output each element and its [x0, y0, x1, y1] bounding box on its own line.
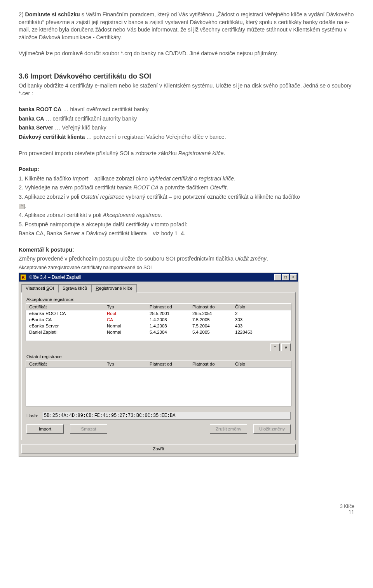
- tab2-u: R: [96, 286, 99, 290]
- step-2: 2. Vyhledejte na svém počítači certifiká…: [19, 184, 354, 192]
- move-up-button[interactable]: ^: [270, 343, 280, 351]
- hdr2-from[interactable]: Platnost od: [146, 361, 189, 367]
- steps-heading: Postup:: [19, 166, 354, 173]
- ulozit-u: U: [259, 427, 262, 431]
- cell-from: 28.5.2001: [146, 310, 189, 317]
- window-title: Klíče 3.4 – Daniel Zaplatil: [28, 275, 274, 280]
- s3i: Ostatní registrace: [81, 194, 124, 200]
- app-icon: K: [20, 274, 26, 280]
- para1-lead: 2): [19, 11, 25, 18]
- footer-section: 3 Klíče: [19, 504, 354, 509]
- s1i2: Vyhledat certifikát o registraci klíče: [149, 175, 234, 182]
- s2i2: Otevřít: [210, 184, 227, 191]
- s2b: a potvrďte tlačítkem: [159, 184, 210, 191]
- page-footer: 3 Klíče 11: [19, 504, 354, 515]
- komb: .: [267, 256, 268, 262]
- section-heading: 3.6 Import Dávkového certifikátu do SOI: [19, 72, 354, 80]
- close-button[interactable]: ×: [290, 274, 297, 280]
- import-u: I: [39, 427, 40, 431]
- delete-button[interactable]: Smazat: [70, 424, 107, 434]
- cert4-name: Dávkový certifikát klienta: [19, 134, 85, 140]
- comment-text: Změny provedené v předchozím postupu ulo…: [19, 255, 354, 263]
- tabs: Vlastnosti SOI Správa klíčů Registrované…: [19, 282, 298, 292]
- accept-up-icon: ^: [19, 204, 25, 209]
- s1i: Import: [73, 175, 88, 182]
- postup: Postup:: [19, 166, 39, 172]
- s2c: .: [227, 184, 228, 191]
- other-list-header: Certifikát Typ Platnost od Platnost do Č…: [26, 360, 291, 368]
- cert-line-2: banka CA … certifikát certifikační autor…: [19, 115, 354, 123]
- hdr-num[interactable]: Číslo: [232, 304, 279, 310]
- cell-num: 403: [232, 323, 279, 329]
- para-2: Vyjímečně lze po domluvě doručit soubor …: [19, 50, 354, 58]
- cert3-desc: … Veřejný klíč banky: [53, 124, 106, 131]
- s1a: 1. Klikněte na tlačítko: [19, 175, 73, 182]
- move-down-button[interactable]: v: [281, 343, 291, 351]
- figure-caption: Akceptované zaregistrované certifikáty n…: [19, 264, 354, 271]
- cell-to: 5.4.2005: [189, 329, 232, 335]
- table-row[interactable]: Daniel Zaplatil Normal 5.4.2004 5.4.2005…: [26, 329, 291, 335]
- close-window-button[interactable]: Zavřít: [21, 444, 296, 453]
- cert2-name: banka CA: [19, 116, 44, 122]
- p4i: Registrované klíče: [178, 150, 224, 156]
- table-row[interactable]: eBanka Server Normal 1.4.2003 7.5.2004 4…: [26, 323, 291, 329]
- save-changes-button[interactable]: Uložit změny: [253, 424, 291, 434]
- hdr2-cert[interactable]: Certifikát: [26, 361, 104, 367]
- hdr-from[interactable]: Platnost od: [146, 304, 189, 310]
- cell-cert: eBanka CA: [26, 317, 104, 323]
- para-4: Pro provedení importu otevřete příslušný…: [19, 150, 354, 158]
- s1c: .: [234, 175, 235, 182]
- import-button[interactable]: Import: [26, 424, 64, 434]
- step-3b: ^.: [19, 203, 354, 210]
- smazat-u: m: [84, 427, 88, 431]
- hdr2-num[interactable]: Číslo: [232, 361, 279, 367]
- step-4: 4. Aplikace zobrazí certifikát v poli Ak…: [19, 212, 354, 219]
- cancel-changes-button[interactable]: Zrušit změny: [210, 424, 247, 434]
- cert-line-3: banka Server … Veřejný klíč banky: [19, 124, 354, 132]
- cert2-desc: … certifikát certifikační autority banky: [44, 116, 137, 122]
- s4b: .: [160, 212, 162, 218]
- cert1-desc: … hlavní ověřovací certifikát banky: [61, 106, 148, 112]
- tab-vlastnosti-soi[interactable]: Vlastnosti SOI: [21, 284, 58, 292]
- hdr2-to[interactable]: Platnost do: [189, 361, 232, 367]
- s3a: 3. Aplikace zobrazí v poli: [19, 194, 81, 200]
- kom: Komentář k postupu:: [19, 247, 74, 253]
- tab1-u: p: [66, 286, 68, 290]
- s4i: Akceptované registrace: [103, 212, 160, 218]
- table-row[interactable]: eBanka ROOT CA Root 28.5.2001 29.5.2051 …: [26, 310, 291, 317]
- cell-to: 7.5.2004: [189, 323, 232, 329]
- p4b: .: [224, 150, 225, 156]
- cell-num: 2: [232, 310, 279, 317]
- para-3: Od banky obdržíte 4 certifikáty e-mailem…: [19, 82, 354, 97]
- accepted-label: Akceptované registrace:: [26, 297, 291, 302]
- cell-type: CA: [104, 317, 146, 323]
- hdr2-type[interactable]: Typ: [104, 361, 146, 367]
- p4a: Pro provedení importu otevřete příslušný…: [19, 150, 178, 156]
- hdr-to[interactable]: Platnost do: [189, 304, 232, 310]
- cert1-name: banka ROOT CA: [19, 106, 61, 112]
- s1b: – aplikace zobrazí okno: [88, 175, 149, 182]
- minimize-button[interactable]: _: [274, 274, 281, 280]
- step-5a: 5. Postupně naimportujte a akceptujte da…: [19, 221, 354, 229]
- para-1: 2) Domluvte si schůzku s Vaším Finančním…: [19, 11, 354, 41]
- comment-heading: Komentář k postupu:: [19, 246, 354, 254]
- other-label: Ostatní registrace: [26, 354, 291, 359]
- cell-cert: eBanka ROOT CA: [26, 310, 104, 317]
- step-1: 1. Klikněte na tlačítko Import – aplikac…: [19, 175, 354, 183]
- komi: Uložit změny: [235, 256, 267, 262]
- hdr-type[interactable]: Typ: [104, 304, 146, 310]
- tab-registrovane-klice[interactable]: Registrované klíče: [91, 284, 137, 292]
- maximize-button[interactable]: □: [282, 274, 289, 280]
- cell-cert: Daniel Zaplatil: [26, 329, 104, 335]
- table-row[interactable]: eBanka CA CA 1.4.2003 7.5.2005 303: [26, 317, 291, 323]
- para1-bold: Domluvte si schůzku: [25, 11, 80, 18]
- cell-from: 1.4.2003: [146, 323, 189, 329]
- accepted-list[interactable]: eBanka ROOT CA Root 28.5.2001 29.5.2051 …: [26, 310, 291, 341]
- hdr-cert[interactable]: Certifikát: [26, 304, 104, 310]
- other-list[interactable]: [26, 368, 291, 406]
- hash-field[interactable]: [42, 412, 291, 420]
- tab-sprava-klicu[interactable]: Správa klíčů: [58, 284, 91, 292]
- cell-from: 1.4.2003: [146, 317, 189, 323]
- cert3-name: banka Server: [19, 124, 53, 131]
- s4a: 4. Aplikace zobrazí certifikát v poli: [19, 212, 103, 218]
